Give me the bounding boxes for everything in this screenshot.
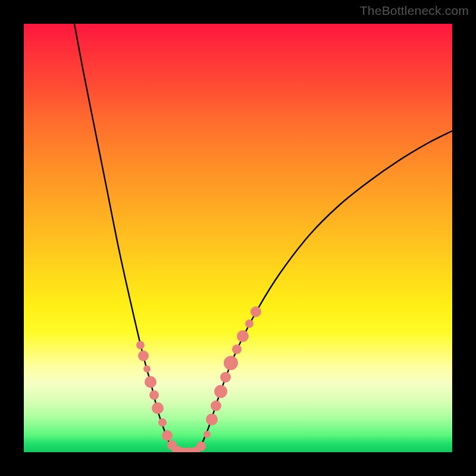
highlight-dot	[136, 341, 145, 349]
highlight-dot	[214, 385, 227, 398]
highlight-dot	[224, 356, 238, 370]
highlight-dot	[149, 390, 159, 400]
highlight-dot	[145, 376, 156, 388]
watermark-text: TheBottleneck.com	[360, 4, 469, 18]
plot-area	[24, 24, 452, 452]
highlight-dot	[232, 345, 242, 354]
highlight-dot	[206, 414, 218, 425]
bottleneck-curve	[74, 24, 452, 452]
highlight-dots-group	[136, 306, 261, 452]
highlight-dot	[152, 402, 164, 414]
highlight-dot	[245, 320, 253, 328]
curve-left-path	[74, 24, 176, 452]
curve-svg	[24, 24, 452, 452]
highlight-dot	[158, 418, 167, 427]
highlight-dot	[196, 441, 206, 451]
highlight-dot	[143, 365, 151, 372]
highlight-dot	[203, 431, 211, 438]
highlight-dot	[220, 372, 231, 383]
highlight-dot	[211, 400, 221, 411]
highlight-dot	[162, 430, 173, 441]
highlight-dot	[237, 330, 249, 342]
chart-frame: TheBottleneck.com	[0, 0, 476, 476]
highlight-dot	[250, 306, 261, 317]
highlight-dot	[138, 350, 149, 361]
curve-right-path	[198, 131, 452, 452]
